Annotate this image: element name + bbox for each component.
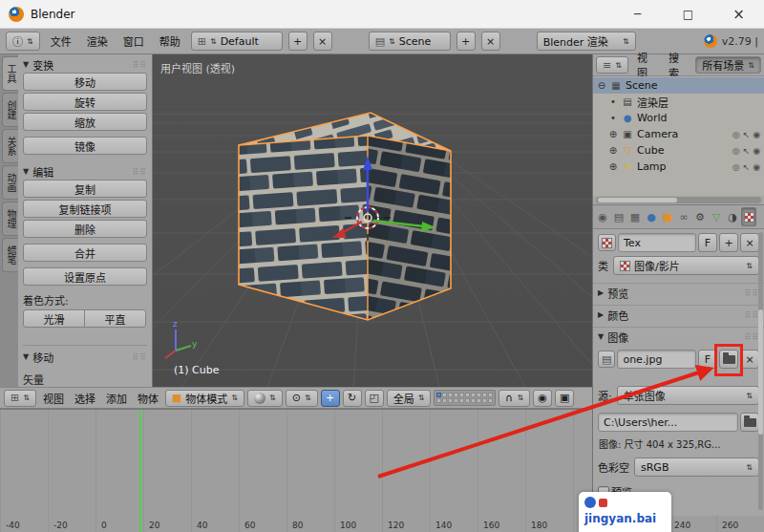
- tab-constraints[interactable]: ∞: [676, 207, 691, 226]
- tab-object[interactable]: ■: [660, 207, 675, 226]
- info-editor-selector[interactable]: ⓘ ⇅: [6, 32, 40, 51]
- expand-icon[interactable]: ⊕: [608, 145, 618, 156]
- opengl-render-anim-button[interactable]: ▣: [555, 390, 574, 407]
- tab-texture[interactable]: [741, 207, 756, 226]
- rotate-button[interactable]: 旋转: [23, 93, 147, 111]
- tab-render[interactable]: ◉: [595, 207, 610, 226]
- render-icon[interactable]: ◉: [753, 162, 760, 172]
- expand-icon[interactable]: ⊕: [608, 129, 618, 139]
- tool-tab-animation[interactable]: 动画: [2, 165, 18, 200]
- tool-tab-create[interactable]: 创建: [2, 93, 18, 127]
- opengl-render-button[interactable]: ◉: [533, 390, 552, 407]
- mode-selector[interactable]: ■ 物体模式 ⇅: [165, 390, 244, 407]
- tool-tab-tools[interactable]: 工具: [2, 56, 18, 91]
- image-fake-user-button[interactable]: F: [698, 350, 717, 369]
- tab-render-layers[interactable]: ▤: [611, 207, 626, 226]
- unlink-image-button[interactable]: ×: [740, 350, 759, 369]
- mirror-button[interactable]: 镜像: [23, 137, 147, 155]
- tree-item-cube[interactable]: ⊕ ▽ Cube ◎ ↖ ◉: [593, 142, 764, 159]
- panel-header-edit[interactable]: ▼ 编辑 ⠿⠿: [23, 163, 147, 180]
- tool-tab-physics[interactable]: 物理: [2, 202, 18, 236]
- select-icon[interactable]: ↖: [743, 162, 751, 172]
- image-browse-selector[interactable]: ▤: [598, 351, 615, 368]
- scene-filter-selector[interactable]: 所有场景 ⇅: [695, 56, 761, 74]
- tree-item-camera[interactable]: ⊕ ▣ Camera ◎ ↖ ◉: [593, 126, 764, 142]
- playhead[interactable]: [139, 410, 141, 532]
- layers-widget[interactable]: [434, 390, 496, 406]
- menu-render[interactable]: 渲染: [82, 33, 113, 49]
- expand-icon[interactable]: ⊕: [608, 161, 618, 172]
- eye-icon[interactable]: ◎: [732, 162, 740, 172]
- render-engine-selector[interactable]: Blender 渲染 ⇅: [537, 32, 636, 51]
- manipulator-translate-toggle[interactable]: +: [321, 390, 340, 407]
- panel-header-colors[interactable]: ▶ 颜色 ⠿⠿: [593, 305, 764, 324]
- collapse-icon[interactable]: ⊖: [597, 80, 606, 91]
- pivot-selector[interactable]: ⊙ ⇅: [286, 390, 318, 407]
- select-icon[interactable]: ↖: [743, 146, 751, 156]
- panel-header-preview[interactable]: ▶ 预览 ⠿⠿: [593, 283, 764, 302]
- tab-material[interactable]: ◑: [725, 207, 740, 226]
- maximize-button[interactable]: □: [663, 0, 713, 28]
- unlink-texture-button[interactable]: ×: [740, 233, 759, 252]
- viewport-editor-selector[interactable]: ⊞ ⇅: [4, 390, 36, 407]
- translate-button[interactable]: 移动: [23, 73, 147, 91]
- fake-user-button[interactable]: F: [698, 233, 717, 252]
- eye-icon[interactable]: ◎: [732, 146, 740, 156]
- tree-item-world[interactable]: • ● World: [593, 110, 764, 126]
- manipulator-scale-toggle[interactable]: ◰: [365, 390, 384, 407]
- panel-header-transform[interactable]: ▼ 变换 ⠿⠿: [23, 56, 147, 73]
- tree-item-lamp[interactable]: ⊕ ☀ Lamp ◎ ↖ ◉: [593, 159, 764, 175]
- scene-selector[interactable]: ▤ ⇅ Scene: [369, 32, 451, 51]
- eye-icon[interactable]: ◎: [732, 130, 740, 139]
- duplicate-linked-button[interactable]: 复制链接项: [23, 200, 147, 218]
- minimize-button[interactable]: ─: [612, 0, 663, 28]
- image-source-selector[interactable]: 单张图像 ⇅: [617, 386, 759, 405]
- menu-help[interactable]: 帮助: [155, 33, 185, 49]
- tab-world[interactable]: ●: [644, 207, 659, 226]
- tab-object-data[interactable]: ▽: [709, 207, 724, 226]
- open-path-button[interactable]: [740, 413, 759, 432]
- menu-object[interactable]: 物体: [134, 391, 162, 406]
- viewport-3d[interactable]: 用户视图 (透视) z y (1) Cube: [153, 54, 592, 387]
- image-path-field[interactable]: C:\Users\her...: [598, 413, 738, 432]
- scene-close-button[interactable]: ×: [481, 32, 500, 51]
- layout-add-button[interactable]: +: [288, 32, 308, 51]
- colorspace-selector[interactable]: sRGB ⇅: [634, 458, 759, 477]
- menu-select[interactable]: 选择: [71, 391, 99, 406]
- menu-add[interactable]: 添加: [102, 391, 131, 406]
- new-texture-button[interactable]: +: [719, 233, 738, 252]
- texture-name-field[interactable]: Tex: [618, 233, 696, 252]
- screen-layout-selector[interactable]: ⊞ ⇅ Default: [191, 32, 283, 51]
- render-icon[interactable]: ◉: [753, 130, 760, 139]
- outliner-scrollbar[interactable]: [593, 196, 764, 204]
- image-name-field[interactable]: one.jpg: [617, 350, 696, 369]
- cube-mesh[interactable]: [239, 113, 451, 320]
- outliner-editor-selector[interactable]: ≡ ⇅: [596, 56, 628, 74]
- shade-flat-button[interactable]: 平直: [84, 309, 146, 328]
- shading-selector[interactable]: ⇅: [247, 390, 283, 407]
- scale-button[interactable]: 缩放: [23, 113, 147, 131]
- menu-view[interactable]: 视图: [39, 391, 68, 406]
- tool-tab-grease-pencil[interactable]: 蜡笔: [2, 238, 18, 272]
- menu-file[interactable]: 文件: [46, 33, 76, 49]
- snap-selector[interactable]: ∩ ⇅: [499, 390, 530, 407]
- delete-button[interactable]: 删除: [23, 220, 147, 238]
- tree-item-render-layers[interactable]: • ▤ 渲染层: [593, 94, 764, 110]
- scene-add-button[interactable]: +: [456, 32, 476, 51]
- select-icon[interactable]: ↖: [743, 130, 751, 139]
- set-origin-button[interactable]: 设置原点: [23, 267, 147, 286]
- tree-item-scene[interactable]: ⊖ ▦ Scene: [593, 77, 764, 94]
- shade-smooth-button[interactable]: 光滑: [23, 309, 85, 328]
- tab-modifiers[interactable]: ⚙: [692, 207, 708, 226]
- orientation-selector[interactable]: 全局 ⇅: [387, 390, 432, 407]
- texture-browse-selector[interactable]: [598, 234, 616, 251]
- duplicate-button[interactable]: 复制: [23, 180, 147, 198]
- panel-header-redo-move[interactable]: ▼ 移动 ⠿⠿: [23, 345, 147, 365]
- menu-window[interactable]: 窗口: [118, 33, 149, 49]
- layout-close-button[interactable]: ×: [313, 32, 332, 51]
- open-image-button[interactable]: [719, 350, 738, 369]
- panel-header-image[interactable]: ▼ 图像 ⠿⠿: [593, 327, 764, 346]
- join-button[interactable]: 合并: [23, 244, 147, 262]
- render-icon[interactable]: ◉: [753, 146, 760, 156]
- properties-scrollbar[interactable]: [758, 232, 763, 510]
